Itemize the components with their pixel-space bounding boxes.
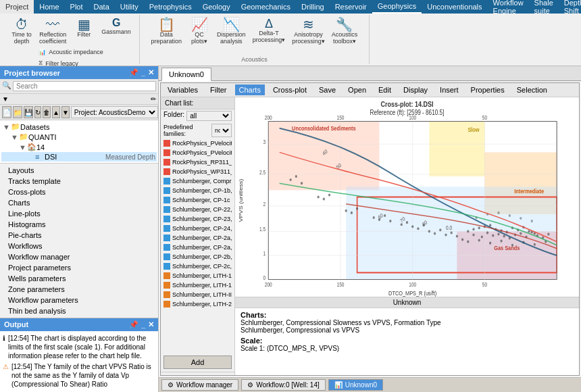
chart-menu-filter[interactable]: Filter [206, 84, 230, 95]
status-unknown0[interactable]: 📊 Unknown0 [328, 379, 383, 391]
chart-item-4[interactable]: Schlumberger, Compr... [161, 176, 234, 186]
ribbon-time-to-depth[interactable]: ⏱ Time to depth [8, 16, 35, 46]
menu-drilling[interactable]: Drilling [296, 0, 330, 14]
menu-petrophysics[interactable]: Petrophysics [144, 0, 197, 14]
tab-unknown0[interactable]: Unknown0 [161, 68, 211, 81]
chart-item-3[interactable]: RockPhysics_WP311_G... [161, 167, 234, 176]
search-input[interactable] [13, 81, 156, 91]
save-btn[interactable]: 💾 [24, 106, 33, 118]
ribbon-acoustic-impedance[interactable]: 📊 Acoustic impedance [36, 47, 106, 57]
chart-menu-charts[interactable]: Charts [235, 84, 265, 95]
menu-geomechanics[interactable]: Geomechanics [236, 0, 296, 14]
menu-wells-params[interactable]: Wells parameters [0, 273, 158, 284]
output-minimize-icon[interactable]: _ [141, 320, 145, 329]
chart-item-5[interactable]: Schlumberger, CP-1b,... [161, 186, 234, 195]
ribbon-dispersion[interactable]: 📉 Dispersion analysis [214, 16, 249, 46]
delete-btn[interactable]: 🗑 [43, 106, 51, 118]
chart-item-0[interactable]: RockPhysics_PVelocity... [161, 139, 234, 148]
menu-project-params[interactable]: Project parameters [0, 262, 158, 273]
ribbon-qc-plots[interactable]: 📈 QC plots▾ [186, 16, 213, 46]
menu-reservoir[interactable]: Reservoir [330, 0, 372, 14]
tree-datasets[interactable]: ▼ 📁 Datasets [1, 122, 157, 132]
ribbon-delta-t[interactable]: Δ Delta-T processing▾ [250, 16, 288, 46]
svg-point-98 [356, 207, 358, 210]
status-workflow-manager[interactable]: ⚙ Workflow manager [161, 379, 238, 391]
ribbon-filter[interactable]: ▦ Filter [70, 16, 97, 46]
chart-menu-open[interactable]: Open [344, 84, 370, 95]
project-selector[interactable]: Project: AcousticsDemo [71, 106, 158, 118]
tree-dsi[interactable]: ≡ DSI Measured Depth [1, 152, 157, 162]
tree-14[interactable]: ▼ 🏠 14 [1, 142, 157, 152]
chart-menu-save[interactable]: Save [315, 84, 340, 95]
menu-workflow-engine[interactable]: Workflow Engine [488, 0, 529, 14]
edit-icon[interactable]: ✏ [151, 95, 156, 103]
menu-histograms[interactable]: Histograms [0, 219, 158, 230]
chart-item-7[interactable]: Schlumberger, CP-22,... [161, 205, 234, 214]
tree-quanti[interactable]: ▼ 📁 QUANTI [1, 132, 157, 142]
menu-workflows[interactable]: Workflows [0, 241, 158, 251]
chart-menu-variables[interactable]: Variables [163, 84, 202, 95]
chart-item-15[interactable]: Schlumberger, LITH-1... [161, 280, 234, 290]
menu-plot[interactable]: Plot [65, 0, 89, 14]
menu-home[interactable]: Home [34, 0, 64, 14]
new-btn[interactable]: 📄 [2, 106, 11, 118]
ribbon-acoustics-toolbox[interactable]: 🔧 Acoustics toolbox▾ [329, 16, 361, 46]
predefined-label: Predefined families: [163, 124, 209, 137]
chart-item-10[interactable]: Schlumberger, CP-2a,... [161, 233, 234, 243]
ribbon-anisotropy[interactable]: ≋ Anisotropy processing▾ [289, 16, 328, 46]
menu-depth-shift[interactable]: Depth Shift [559, 0, 581, 14]
chart-item-1[interactable]: RockPhysics_PVelocity... [161, 148, 234, 157]
menu-layouts[interactable]: Layouts [0, 165, 158, 176]
menu-charts[interactable]: Charts [0, 197, 158, 208]
chart-menu-selection[interactable]: Selection [513, 84, 551, 95]
ribbon-data-prep[interactable]: 📋 Data preparation [149, 16, 185, 46]
refresh-btn[interactable]: ↻ [34, 106, 41, 118]
chart-menu-properties[interactable]: Properties [467, 84, 509, 95]
menu-zone-params[interactable]: Zone parameters [0, 284, 158, 295]
menu-project[interactable]: Project [0, 0, 34, 14]
chart-item-9[interactable]: Schlumberger, CP-24,... [161, 224, 234, 233]
menu-pie-charts[interactable]: Pie-charts [0, 230, 158, 241]
menu-tracks-template[interactable]: Tracks template [0, 176, 158, 187]
menu-shale-suite[interactable]: Shale suite [529, 0, 559, 14]
chart-item-16[interactable]: Schlumberger, LITH-II... [161, 290, 234, 299]
close-icon[interactable]: ✕ [148, 68, 154, 77]
menu-geophysics[interactable]: Geophysics [372, 0, 422, 14]
chart-menu-edit[interactable]: Edit [374, 84, 395, 95]
open-btn[interactable]: 📁 [13, 106, 22, 118]
chart-item-2[interactable]: RockPhysics_RP311_G... [161, 157, 234, 167]
menu-cross-plots[interactable]: Cross-plots [0, 187, 158, 197]
minimize-icon[interactable]: _ [141, 68, 145, 77]
svg-text:2.5: 2.5 [259, 169, 266, 176]
chart-menu-insert[interactable]: Insert [436, 84, 463, 95]
folder-select[interactable]: all [186, 111, 232, 121]
menu-line-plots[interactable]: Line-plots [0, 208, 158, 219]
predefined-select[interactable]: no [211, 124, 232, 137]
chart-item-14[interactable]: Schlumberger, LITH-1... [161, 271, 234, 280]
chart-menu-crossplot[interactable]: Cross-plot [269, 84, 311, 95]
move-down-btn[interactable]: ▼ [61, 106, 70, 118]
chart-item-11[interactable]: Schlumberger, CP-2a,... [161, 243, 234, 252]
ribbon-reflection-coeff[interactable]: 〰 Reflection coefficient [36, 16, 69, 46]
chart-item-6[interactable]: Schlumberger, CP-1c 2... [161, 195, 234, 205]
chart-item-12[interactable]: Schlumberger, CP-2b,... [161, 252, 234, 262]
data-prep-icon: 📋 [158, 18, 175, 31]
chart-menu-display[interactable]: Display [399, 84, 432, 95]
chart-item-8[interactable]: Schlumberger, CP-23,... [161, 214, 234, 224]
menu-geology[interactable]: Geology [197, 0, 236, 14]
menu-thin-bed[interactable]: Thin bed analysis [0, 305, 158, 316]
menu-data[interactable]: Data [89, 0, 115, 14]
chart-item-13[interactable]: Schlumberger, CP-2c,... [161, 262, 234, 271]
output-pin-icon[interactable]: 📌 [129, 320, 138, 329]
chart-item-17[interactable]: Schlumberger, LITH-2... [161, 299, 234, 309]
menu-workflow-params[interactable]: Workflow parameters [0, 295, 158, 305]
menu-utility[interactable]: Utility [115, 0, 144, 14]
menu-workflow-manager[interactable]: Workflow manager [0, 251, 158, 262]
pin-icon[interactable]: 📌 [129, 68, 138, 77]
ribbon-gassmann[interactable]: G Gassmann [99, 16, 134, 46]
menu-unconventionals[interactable]: Unconventionals [422, 0, 487, 14]
status-workflow-0[interactable]: ⚙ Workflow:0 [Well: 14] [241, 379, 326, 391]
add-chart-btn[interactable]: Add [163, 356, 232, 369]
output-close-icon[interactable]: ✕ [148, 320, 154, 329]
move-up-btn[interactable]: ▲ [52, 106, 60, 118]
